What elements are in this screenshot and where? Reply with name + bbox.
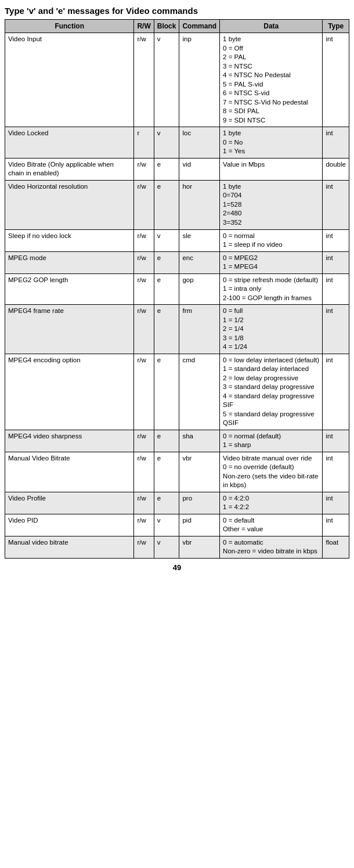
table-cell-rw: r/w xyxy=(134,430,154,452)
table-cell-type: int xyxy=(323,430,349,452)
table-cell-rw: r/w xyxy=(134,33,154,127)
column-header: Function xyxy=(5,20,134,33)
table-cell-command: sha xyxy=(179,430,220,452)
table-cell-type: int xyxy=(323,305,349,354)
table-cell-command: vbr xyxy=(179,452,220,492)
table-row: Manual Video Bitrater/wevbrVideo bitrate… xyxy=(5,452,349,492)
table-cell-function: Manual Video Bitrate xyxy=(5,452,134,492)
table-cell-block: v xyxy=(154,229,179,251)
table-cell-block: v xyxy=(154,127,179,159)
table-cell-data: 0 = MPEG21 = MPEG4 xyxy=(220,251,323,273)
table-cell-type: int xyxy=(323,127,349,159)
table-cell-block: e xyxy=(154,305,179,354)
table-cell-block: e xyxy=(154,452,179,492)
table-cell-data: 0 = stripe refresh mode (default)1 = int… xyxy=(220,273,323,305)
table-cell-type: int xyxy=(323,180,349,229)
table-row: MPEG2 GOP lengthr/wegop0 = stripe refres… xyxy=(5,273,349,305)
table-cell-data: 1 byte0 = No1 = Yes xyxy=(220,127,323,159)
table-cell-block: e xyxy=(154,251,179,273)
column-header: Data xyxy=(220,20,323,33)
table-cell-rw: r/w xyxy=(134,180,154,229)
table-cell-rw: r/w xyxy=(134,354,154,430)
table-cell-data: 1 byte0 = Off2 = PAL3 = NTSC4 = NTSC No … xyxy=(220,33,323,127)
table-cell-rw: r xyxy=(134,127,154,159)
table-cell-type: int xyxy=(323,229,349,251)
table-cell-command: vbr xyxy=(179,536,220,558)
table-cell-command: sle xyxy=(179,229,220,251)
table-cell-function: Video PID xyxy=(5,514,134,536)
table-cell-block: v xyxy=(154,514,179,536)
table-row: Video Profiler/wepro0 = 4:2:01 = 4:2:2in… xyxy=(5,492,349,514)
table-cell-command: vid xyxy=(179,158,220,180)
table-cell-data: 0 = full1 = 1/22 = 1/43 = 1/84 = 1/24 xyxy=(220,305,323,354)
table-row: Video Bitrate (Only applicable when chai… xyxy=(5,158,349,180)
table-cell-data: 0 = automaticNon-zero = video bitrate in… xyxy=(220,536,323,558)
column-header: Command xyxy=(179,20,220,33)
table-cell-rw: r/w xyxy=(134,251,154,273)
table-cell-command: loc xyxy=(179,127,220,159)
table-row: Sleep if no video lockr/wvsle0 = normal1… xyxy=(5,229,349,251)
table-row: MPEG4 video sharpnessr/wesha0 = normal (… xyxy=(5,430,349,452)
table-cell-block: e xyxy=(154,492,179,514)
table-cell-command: pro xyxy=(179,492,220,514)
table-row: MPEG4 frame rater/wefrm0 = full1 = 1/22 … xyxy=(5,305,349,354)
table-row: Video Inputr/wvinp1 byte0 = Off2 = PAL3 … xyxy=(5,33,349,127)
table-cell-block: v xyxy=(154,33,179,127)
table-cell-rw: r/w xyxy=(134,273,154,305)
table-row: MPEG moder/weenc0 = MPEG21 = MPEG4int xyxy=(5,251,349,273)
table-cell-function: MPEG4 frame rate xyxy=(5,305,134,354)
table-cell-rw: r/w xyxy=(134,536,154,558)
table-cell-block: e xyxy=(154,430,179,452)
table-cell-type: int xyxy=(323,354,349,430)
table-cell-function: Video Profile xyxy=(5,492,134,514)
table-cell-function: Manual video bitrate xyxy=(5,536,134,558)
table-cell-rw: r/w xyxy=(134,514,154,536)
table-cell-data: 0 = low delay interlaced (default)1 = st… xyxy=(220,354,323,430)
table-cell-data: 0 = defaultOther = value xyxy=(220,514,323,536)
table-cell-type: int xyxy=(323,273,349,305)
table-cell-data: 0 = normal (default)1 = sharp xyxy=(220,430,323,452)
table-cell-block: e xyxy=(154,354,179,430)
table-cell-block: e xyxy=(154,158,179,180)
table-cell-function: MPEG4 video sharpness xyxy=(5,430,134,452)
table-row: Video PIDr/wvpid0 = defaultOther = value… xyxy=(5,514,349,536)
table-cell-function: Sleep if no video lock xyxy=(5,229,134,251)
table-cell-rw: r/w xyxy=(134,452,154,492)
table-cell-block: e xyxy=(154,180,179,229)
table-cell-data: 1 byte0=7041=5282=4803=352 xyxy=(220,180,323,229)
table-cell-type: double xyxy=(323,158,349,180)
column-header: R/W xyxy=(134,20,154,33)
column-header: Type xyxy=(323,20,349,33)
table-row: Manual video bitrater/wvvbr0 = automatic… xyxy=(5,536,349,558)
table-cell-rw: r/w xyxy=(134,158,154,180)
table-row: MPEG4 encoding optionr/wecmd0 = low dela… xyxy=(5,354,349,430)
table-cell-function: MPEG2 GOP length xyxy=(5,273,134,305)
table-cell-type: int xyxy=(323,452,349,492)
table-cell-type: int xyxy=(323,33,349,127)
table-cell-data: Video bitrate manual over ride0 = no ove… xyxy=(220,452,323,492)
table-cell-function: Video Locked xyxy=(5,127,134,159)
table-cell-function: Video Bitrate (Only applicable when chai… xyxy=(5,158,134,180)
table-cell-data: 0 = 4:2:01 = 4:2:2 xyxy=(220,492,323,514)
table-cell-block: e xyxy=(154,273,179,305)
commands-table: FunctionR/WBlockCommandDataType Video In… xyxy=(5,19,349,559)
table-cell-command: cmd xyxy=(179,354,220,430)
table-cell-command: enc xyxy=(179,251,220,273)
table-cell-command: pid xyxy=(179,514,220,536)
table-cell-rw: r/w xyxy=(134,492,154,514)
table-row: Video Lockedrvloc1 byte0 = No1 = Yesint xyxy=(5,127,349,159)
table-cell-function: Video Horizontal resolution xyxy=(5,180,134,229)
table-cell-command: gop xyxy=(179,273,220,305)
table-cell-function: MPEG mode xyxy=(5,251,134,273)
table-cell-type: float xyxy=(323,536,349,558)
table-cell-data: Value in Mbps xyxy=(220,158,323,180)
page-number: 49 xyxy=(5,563,349,572)
page-title: Type 'v' and 'e' messages for Video comm… xyxy=(5,6,349,16)
table-cell-type: int xyxy=(323,251,349,273)
table-cell-command: inp xyxy=(179,33,220,127)
table-row: Video Horizontal resolutionr/wehor1 byte… xyxy=(5,180,349,229)
column-header: Block xyxy=(154,20,179,33)
table-cell-function: Video Input xyxy=(5,33,134,127)
table-cell-type: int xyxy=(323,514,349,536)
table-cell-rw: r/w xyxy=(134,305,154,354)
